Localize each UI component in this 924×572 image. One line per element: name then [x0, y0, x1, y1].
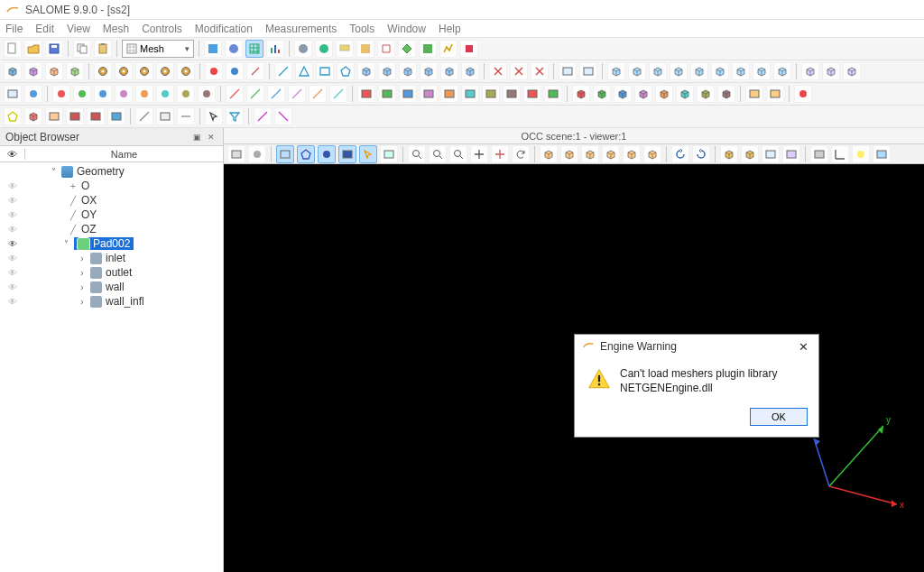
expand-icon[interactable]: ˅ [61, 239, 70, 249]
mem-view-icon[interactable] [762, 145, 780, 163]
module-misc2-icon[interactable] [315, 40, 333, 58]
bare-icon[interactable] [766, 85, 784, 103]
new-icon[interactable] [4, 40, 22, 58]
panel-float-icon[interactable]: ▣ [190, 131, 203, 143]
expand-icon[interactable]: ˅ [49, 167, 58, 177]
tri-icon[interactable] [295, 62, 313, 80]
ball-icon[interactable] [226, 62, 244, 80]
module-misc6-icon[interactable] [398, 40, 416, 58]
group-edit-icon[interactable] [24, 107, 42, 125]
arrow2-icon[interactable] [274, 107, 292, 125]
rot-icon[interactable] [628, 62, 646, 80]
anticw-icon[interactable] [671, 145, 689, 163]
hypo3-icon[interactable] [135, 62, 153, 80]
menu-tools[interactable]: Tools [349, 23, 374, 35]
interaction-icon[interactable] [248, 145, 266, 163]
sel-circle-icon[interactable] [318, 145, 336, 163]
ctrl-node-2-icon[interactable] [94, 85, 112, 103]
tree-node-oy[interactable]: 👁 ╱ OY [0, 208, 223, 222]
module-misc7-icon[interactable] [419, 40, 437, 58]
expand-icon[interactable]: › [78, 282, 87, 292]
restore-view-icon[interactable] [782, 145, 800, 163]
hypo2-icon[interactable] [115, 62, 133, 80]
menu-mesh[interactable]: Mesh [103, 23, 129, 35]
close-icon[interactable]: ✕ [795, 338, 811, 355]
eye-icon[interactable]: 👁 [0, 297, 25, 307]
ctrl-edge-4-icon[interactable] [309, 85, 327, 103]
fit-area-icon[interactable] [429, 145, 447, 163]
renum-e-icon[interactable] [579, 62, 597, 80]
meas-min-icon[interactable] [177, 107, 195, 125]
eye-icon[interactable]: 👁 [0, 282, 25, 292]
sel-filter-icon[interactable] [226, 107, 244, 125]
bottom-icon[interactable] [602, 145, 620, 163]
hexp-icon[interactable] [440, 62, 458, 80]
ctrl-vol-6-icon[interactable] [697, 85, 715, 103]
tree-node-pad002[interactable]: 👁 ˅ Pad002 [0, 236, 223, 251]
poly3d-icon[interactable] [461, 62, 479, 80]
ctrl-node-7-icon[interactable] [198, 85, 216, 103]
menu-help[interactable]: Help [439, 23, 461, 35]
reset-view-icon[interactable] [741, 145, 759, 163]
group-union-icon[interactable] [66, 107, 84, 125]
rev-icon[interactable] [822, 62, 840, 80]
module-shaper-icon[interactable] [204, 40, 222, 58]
ctrl-edge-0-icon[interactable] [226, 85, 244, 103]
viewport-tab[interactable]: OCC scene:1 - viewer:1 [224, 128, 924, 144]
tree-node-outlet[interactable]: 👁 › outlet [0, 265, 223, 280]
module-misc3-icon[interactable] [336, 40, 354, 58]
ctrl-face-1-icon[interactable] [378, 85, 396, 103]
top-icon[interactable] [581, 145, 599, 163]
scale-icon[interactable] [670, 62, 688, 80]
menu-window[interactable]: Window [387, 23, 426, 35]
group-create-icon[interactable] [4, 107, 22, 125]
ctrl-face-4-icon[interactable] [440, 85, 458, 103]
meas-bnd-icon[interactable] [156, 107, 174, 125]
menu-file[interactable]: File [5, 23, 23, 35]
eye-icon[interactable]: 👁 [0, 225, 25, 235]
eye-icon[interactable]: 👁 [0, 181, 25, 191]
hypo4-icon[interactable] [156, 62, 174, 80]
module-bars-icon[interactable] [266, 40, 284, 58]
mesh-compute-icon[interactable] [45, 62, 63, 80]
extr-icon[interactable] [801, 62, 819, 80]
rm-node-icon[interactable] [489, 62, 507, 80]
cw-icon[interactable] [692, 145, 710, 163]
sew-icon[interactable] [711, 62, 729, 80]
ctrl-face-5-icon[interactable] [461, 85, 479, 103]
globalpan-icon[interactable] [491, 145, 509, 163]
paste-icon[interactable] [94, 40, 112, 58]
panel-close-icon[interactable]: ✕ [205, 131, 217, 143]
sel-poly-icon[interactable] [297, 145, 315, 163]
ctrl-vol-4-icon[interactable] [655, 85, 673, 103]
right-icon[interactable] [643, 145, 661, 163]
offset-icon[interactable] [690, 62, 708, 80]
ctrl-face-3-icon[interactable] [420, 85, 438, 103]
eye-icon[interactable]: 👁 [0, 239, 25, 249]
cursor-icon[interactable] [205, 107, 223, 125]
ctrl-edge-3-icon[interactable] [288, 85, 306, 103]
menu-view[interactable]: View [67, 23, 90, 35]
sel-rect-icon[interactable] [276, 145, 294, 163]
sel-point-icon[interactable] [338, 145, 356, 163]
info-icon[interactable] [4, 85, 22, 103]
arrow1-icon[interactable] [254, 107, 272, 125]
ctrl-node-5-icon[interactable] [156, 85, 174, 103]
module-selector[interactable]: Mesh [122, 40, 194, 58]
edge-icon[interactable] [274, 62, 292, 80]
merge-n-icon[interactable] [732, 62, 750, 80]
copy-icon[interactable] [73, 40, 91, 58]
pyr-icon[interactable] [420, 62, 438, 80]
ctrl-face-8-icon[interactable] [523, 85, 541, 103]
ctrl-face-0-icon[interactable] [357, 85, 375, 103]
pan-icon[interactable] [470, 145, 488, 163]
group-cut-icon[interactable] [107, 107, 125, 125]
eye-icon[interactable]: 👁 [0, 210, 25, 220]
ortho-icon[interactable] [720, 145, 738, 163]
open-icon[interactable] [24, 40, 42, 58]
ctrl-vol-0-icon[interactable] [572, 85, 590, 103]
tet-icon[interactable] [357, 62, 375, 80]
ctrl-face-9-icon[interactable] [544, 85, 562, 103]
hypo5-icon[interactable] [177, 62, 195, 80]
tree-node-ox[interactable]: 👁 ╱ OX [0, 193, 223, 208]
